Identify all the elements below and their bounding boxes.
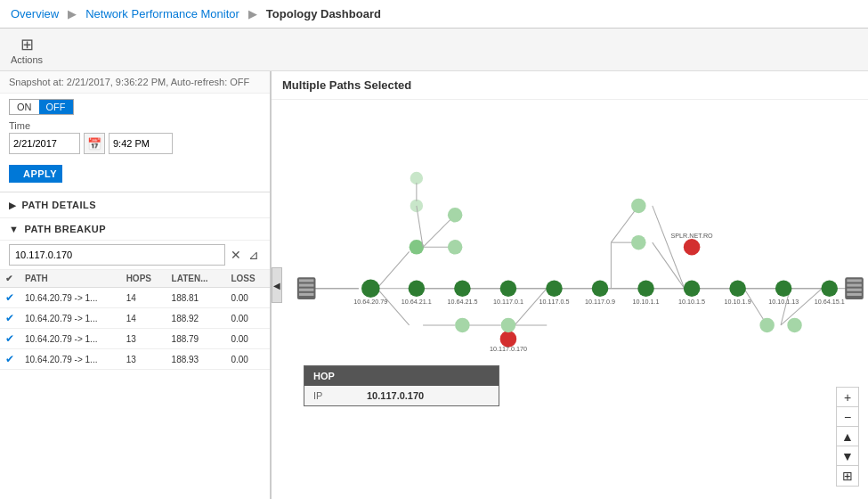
node-top-5[interactable]: [410, 172, 423, 184]
paths-table: ✔ PATH HOPS LATEN... LOSS ✔ 10.64.20.79 …: [0, 270, 270, 370]
col-loss: LOSS: [225, 270, 270, 288]
breadcrumb-bar: Overview ▶ Network Performance Monitor ▶…: [0, 0, 868, 29]
node-upper-1[interactable]: [631, 199, 645, 213]
svg-text:SPLR.NET.RO: SPLR.NET.RO: [670, 232, 713, 240]
left-panel: Snapshot at: 2/21/2017, 9:36:22 PM, Auto…: [0, 71, 272, 499]
calendar-icon[interactable]: 📅: [84, 133, 105, 154]
breadcrumb-npm[interactable]: Network Performance Monitor: [85, 7, 239, 20]
clear-search-button[interactable]: ✕: [229, 248, 243, 262]
node-9[interactable]: [729, 280, 746, 297]
svg-line-2: [377, 251, 410, 288]
snapshot-bar: Snapshot at: 2/21/2017, 9:36:22 PM, Auto…: [0, 71, 270, 94]
row-latency: 188.79: [166, 329, 226, 349]
row-check[interactable]: ✔: [0, 288, 20, 308]
table-row[interactable]: ✔ 10.64.20.79 -> 1... 14 188.92 0.00: [0, 308, 270, 329]
node-3[interactable]: [454, 280, 471, 297]
row-hops: 13: [121, 329, 166, 349]
col-hops: HOPS: [121, 270, 166, 288]
hop-tooltip-row: IP 10.117.0.170: [304, 386, 499, 405]
node-low-2[interactable]: [501, 318, 515, 332]
row-latency: 188.81: [166, 288, 226, 308]
hop-tooltip-header: HOP: [304, 366, 499, 386]
table-row[interactable]: ✔ 10.64.20.79 -> 1... 13 188.93 0.00: [0, 349, 270, 370]
pan-up-button[interactable]: ▲: [837, 427, 858, 446]
table-row[interactable]: ✔ 10.64.20.79 -> 1... 14 188.81 0.00: [0, 288, 270, 308]
breadcrumb-sep-2: ▶: [248, 7, 257, 20]
svg-rect-31: [299, 289, 313, 291]
date-input[interactable]: [9, 133, 80, 154]
actions-button[interactable]: ⊞ Actions: [11, 35, 43, 65]
row-hops: 14: [121, 308, 166, 329]
time-inputs: 📅: [9, 133, 261, 154]
node-red-1[interactable]: [684, 239, 701, 256]
svg-text:10.64.21.1: 10.64.21.1: [402, 298, 432, 306]
zoom-in-button[interactable]: +: [837, 388, 858, 407]
path-details-arrow: ▶: [9, 200, 17, 210]
svg-rect-35: [847, 289, 861, 291]
path-details-section[interactable]: ▶ PATH DETAILS: [0, 192, 270, 218]
fit-button[interactable]: ⊞: [837, 466, 858, 486]
apply-button[interactable]: APPLY: [9, 165, 62, 183]
search-actions: ✕ ⊿: [229, 248, 261, 262]
svg-text:10.117.0.170: 10.117.0.170: [490, 345, 527, 353]
row-latency: 188.92: [166, 308, 226, 329]
breadcrumb-overview[interactable]: Overview: [11, 7, 59, 20]
col-latency: LATEN...: [166, 270, 226, 288]
row-check[interactable]: ✔: [0, 308, 20, 329]
col-path: PATH: [20, 270, 121, 288]
node-4[interactable]: [500, 280, 517, 297]
path-breakup-section[interactable]: ▼ PATH BREAKUP: [0, 218, 270, 241]
toggle-on-button[interactable]: ON: [9, 99, 39, 115]
topology-canvas[interactable]: 10.64.20.79 10.64.21.1 10.64.21.5 10.117…: [272, 100, 868, 495]
node-8[interactable]: [684, 280, 701, 297]
row-check[interactable]: ✔: [0, 329, 20, 349]
hop-tooltip-value: 10.117.0.170: [367, 390, 424, 401]
toolbar: ⊞ Actions: [0, 29, 868, 71]
path-details-label: PATH DETAILS: [22, 200, 97, 210]
path-breakup-arrow: ▼: [9, 224, 19, 234]
node-top-1[interactable]: [410, 240, 424, 254]
svg-text:10.64.15.1: 10.64.15.1: [815, 298, 845, 306]
toggle-off-button[interactable]: OFF: [39, 99, 74, 115]
node-11[interactable]: [821, 280, 838, 297]
search-input[interactable]: [9, 244, 225, 266]
node-top-3[interactable]: [448, 240, 462, 254]
node-6[interactable]: [592, 280, 609, 297]
zoom-controls: + − ▲ ▼ ⊞: [836, 387, 859, 487]
svg-rect-29: [299, 279, 313, 282]
node-1[interactable]: [361, 279, 380, 298]
row-hops: 14: [121, 288, 166, 308]
svg-line-25: [653, 242, 685, 289]
row-loss: 0.00: [225, 308, 270, 329]
row-check[interactable]: ✔: [0, 349, 20, 370]
pan-down-button[interactable]: ▼: [837, 446, 858, 466]
svg-text:10.64.20.79: 10.64.20.79: [353, 298, 387, 306]
row-path: 10.64.20.79 -> 1...: [20, 349, 121, 370]
svg-line-4: [377, 289, 410, 325]
node-5[interactable]: [546, 280, 563, 297]
main-layout: Snapshot at: 2/21/2017, 9:36:22 PM, Auto…: [0, 71, 868, 499]
node-10[interactable]: [775, 280, 792, 297]
snapshot-text: Snapshot at: 2/21/2017, 9:36:22 PM, Auto…: [9, 77, 249, 87]
svg-text:10.117.0.5: 10.117.0.5: [539, 298, 569, 306]
node-2[interactable]: [409, 280, 426, 297]
row-loss: 0.00: [225, 329, 270, 349]
table-row[interactable]: ✔ 10.64.20.79 -> 1... 13 188.79 0.00: [0, 329, 270, 349]
node-7[interactable]: [637, 280, 654, 297]
actions-label: Actions: [11, 54, 43, 65]
svg-text:10.10.1.13: 10.10.1.13: [768, 298, 799, 306]
node-low-1[interactable]: [455, 318, 469, 332]
row-loss: 0.00: [225, 288, 270, 308]
node-low-3[interactable]: [759, 318, 774, 332]
node-low-4[interactable]: [787, 318, 801, 332]
time-input[interactable]: [109, 133, 173, 154]
row-loss: 0.00: [225, 349, 270, 370]
node-upper-2[interactable]: [631, 235, 645, 250]
node-top-2[interactable]: [448, 208, 462, 222]
hop-tooltip: HOP IP 10.117.0.170: [304, 365, 499, 406]
zoom-out-button[interactable]: −: [837, 407, 858, 427]
node-top-4[interactable]: [410, 200, 423, 212]
col-check: ✔: [0, 270, 20, 288]
filter-button[interactable]: ⊿: [247, 248, 261, 262]
svg-text:10.117.0.9: 10.117.0.9: [585, 298, 615, 306]
